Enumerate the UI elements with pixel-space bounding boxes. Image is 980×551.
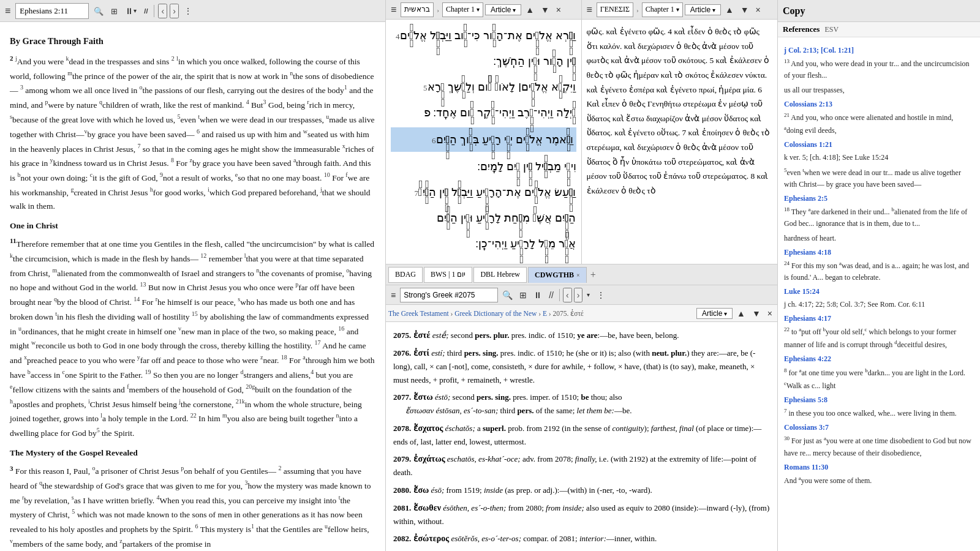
ref-eph-4-22[interactable]: Ephesians 4:22 — [784, 353, 974, 365]
lex-search-input[interactable] — [400, 288, 498, 302]
hebrew-toolbar: בראשית › Chapter 1 Article ▲ ▼ × — [386, 0, 581, 20]
ref-col-3-7[interactable]: Colossians 3:7 — [784, 422, 974, 433]
lex-prev-button[interactable]: ‹ — [563, 288, 572, 302]
ref-eph-4-17[interactable]: Ephesians 4:17 — [784, 313, 974, 324]
lex-menu-button[interactable]: ≡ — [388, 289, 398, 301]
greek-lxx-text-area: φῶς. καὶ ἐγένετο φῶς. 4 καὶ εἶδεν ὁ θεὸς… — [582, 20, 778, 264]
greek-menu-button[interactable] — [584, 3, 595, 17]
ref-col-2-13-link[interactable]: Colossians 2:13 — [784, 99, 974, 110]
ref-luke-15-24[interactable]: Luke 15:24 — [784, 286, 974, 298]
lex-pron-2078: éschatŏs; a superl. prob. from 2192 (in … — [393, 424, 761, 446]
lex-breadcrumb-dictionary[interactable]: Greek Dictionary of the New — [454, 310, 537, 317]
toolbar-separator — [154, 5, 154, 17]
greek-chapter-dropdown[interactable]: Chapter 1 — [642, 2, 683, 17]
hamburger-menu-button[interactable] — [2, 4, 13, 18]
ref-col-2-13[interactable]: j Col. 2:13; [Col. 1:21] — [784, 45, 974, 56]
ref-col-1-21-link[interactable]: Colossians 1:21 — [784, 139, 974, 151]
ref-eph-4-18[interactable]: Ephesians 4:18 — [784, 247, 974, 258]
dots-menu-button[interactable]: ⋮ — [181, 5, 195, 17]
lex-tab-bdag[interactable]: BDAG — [388, 267, 423, 283]
lex-breadcrumb-bar: The Greek Testament › Greek Dictionary o… — [386, 305, 777, 322]
lex-entry-2080: 2080. ἔσω ésō; from 1519; inside (as pre… — [393, 483, 770, 497]
heb-verse-7: וַיַּ֣עַשׂ אֱלֹהִ֔ים אֶת־הָרָקִ֖יעַ וַיַ… — [391, 181, 576, 203]
greek-close-button[interactable]: × — [753, 4, 763, 16]
ref-k-ver5-text2: 5even twhen we were dead in our tr... ma… — [784, 166, 974, 190]
lex-breadcrumb-testament[interactable]: The Greek Testament — [388, 310, 449, 317]
lex-pron-2081: ésōthen, es´-o-then; from 2080; from ins… — [393, 503, 769, 526]
tree-button[interactable] — [108, 5, 120, 17]
lex-greek-2079: ἐσχάτως — [413, 454, 445, 463]
lex-greek-2082: ἐσώτερος — [413, 534, 450, 543]
lex-num-2077: 2077. — [393, 392, 411, 402]
parallel-dropdown-button[interactable]: ⏸ — [123, 5, 139, 17]
ref-eph-5-8[interactable]: Ephesians 5:8 — [784, 394, 974, 406]
lex-separator — [559, 289, 560, 301]
heb-article-dropdown[interactable]: Article — [485, 4, 521, 15]
lex-entry-2082: 2082. ἐσώτερος esōtĕrŏs, es-o´-ter-os; c… — [393, 531, 770, 545]
left-toolbar: Ephesians 2:11 ⏸ // ‹ › ⋮ — [0, 0, 385, 22]
ref-eph-4-22-text: 8 for aat one time you were bdarkn... yo… — [784, 366, 974, 392]
lex-next-button[interactable]: › — [574, 288, 583, 302]
lex-tree-button[interactable]: ⊞ — [517, 289, 529, 301]
lex-tab-bws[interactable]: BWS | 1 יום — [424, 267, 472, 283]
heb-verse-5b: לַ֔יְלָה וַיְהִי־עֶ֥רֶב וַיְהִי־בֹ֖קֶר י… — [391, 102, 576, 124]
lex-close-button[interactable]: × — [765, 307, 775, 320]
search-button[interactable] — [91, 5, 106, 17]
ref-rom-11-30[interactable]: Romans 11:30 — [784, 462, 974, 473]
heb-verse-6b: וִיהִ֣י מַבְדִּ֔יל בֵּ֥ין מַ֖יִם לָמָֽיִ… — [391, 156, 576, 178]
lex-breadcrumb-entry: 2075. ἐστέ — [553, 310, 584, 317]
section-heading-one-in-christ: One in Christ — [10, 219, 375, 233]
left-pane-title[interactable]: Ephesians 2:11 — [15, 3, 89, 19]
ref-header-bar: References ESV — [778, 22, 980, 37]
lex-pause-button[interactable]: ⏸ — [531, 289, 545, 301]
heb-verse-5: וַיִּקְרָ֨א אֱלֹהִ֤ים׀ לָאֹור֙ יֹ֔ום וְל… — [391, 76, 576, 98]
lex-dots-button[interactable]: ⋮ — [594, 289, 608, 301]
lex-pron-2082: esōtĕrŏs, es-o´-ter-os; compar. of 2081;… — [451, 534, 657, 543]
link-button[interactable]: // — [141, 6, 150, 16]
lex-tab-dbl[interactable]: DBL Hebrew — [473, 267, 527, 283]
verse-11-text: 11Therefore remember that at one time yo… — [10, 235, 375, 440]
right-toolbar: Copy — [778, 0, 980, 22]
lex-greek-2077: ἔστω — [413, 392, 433, 402]
tree-icon — [111, 6, 118, 16]
heb-close-button[interactable]: × — [554, 4, 564, 16]
heb-up-button[interactable]: ▲ — [523, 4, 537, 16]
lex-tab-cdwg[interactable]: CDWGTHB × — [528, 267, 587, 283]
ref-eph-2-5[interactable]: Ephesians 2:5 — [784, 193, 974, 204]
lex-entry-2075: 2075. ἐστέ estḗ; second pers. plur. pres… — [393, 328, 770, 342]
left-content-area: By Grace Through Faith 2 jAnd you were k… — [0, 22, 385, 551]
lex-tab-close-icon[interactable]: × — [576, 272, 580, 279]
lex-tab-bws-label: BWS | 1 יום — [431, 270, 466, 279]
ref-col-1-21-text: 21 And you, who once were alienated and … — [784, 111, 974, 137]
search-icon — [94, 6, 104, 16]
ref-header-label: References — [783, 24, 820, 34]
lex-breadcrumb-e[interactable]: E — [543, 310, 547, 317]
lex-subentry-2077: ἔστωσαν éstōsan, es´-to-san; third pers.… — [405, 406, 631, 415]
heb-chapter-dropdown[interactable]: Chapter 1 — [442, 2, 483, 17]
heb-menu-button[interactable] — [388, 3, 399, 17]
lex-tab-cdwg-label: CDWGTHB — [535, 271, 574, 280]
left-pane: Ephesians 2:11 ⏸ // ‹ › ⋮ By Grace Throu… — [0, 0, 386, 551]
lex-nav-dropdown[interactable] — [584, 290, 592, 299]
greek-down-button[interactable]: ▼ — [738, 4, 752, 16]
lex-up-button[interactable]: ▲ — [734, 307, 748, 320]
lex-greek-2078: ἔσχατος — [413, 424, 443, 433]
heb-verse-7b: הַמַּ֣יִם אֲשֶׁר֙ מִתַּ֣חַת לָרָקִ֔יעַ ו… — [391, 207, 576, 229]
lexicon-toolbar: ≡ 🔍 ⊞ ⏸ // ‹ › ⋮ — [386, 285, 777, 305]
greek-lxx-toolbar: ΓΕΝΕΣΙΣ › Chapter 1 Article ▲ ▼ × — [582, 0, 778, 20]
ref-col-3-7-text: 30 For just as ayou were at one time dis… — [784, 434, 974, 459]
ref-eph-4-17-text: 22 to aput off byour old self,c which be… — [784, 325, 974, 351]
lex-add-tab-button[interactable]: + — [588, 269, 598, 280]
lex-down-button[interactable]: ▼ — [750, 307, 763, 320]
greek-article-dropdown[interactable]: Article — [685, 4, 721, 15]
next-arrow-button[interactable]: › — [170, 4, 179, 18]
verse-3-text: 3 For this reason I, Paul, oa prisoner o… — [10, 462, 375, 551]
greek-up-button[interactable]: ▲ — [723, 4, 736, 16]
lex-article-dropdown[interactable]: Article — [696, 308, 733, 319]
greek-lxx-pane: ΓΕΝΕΣΙΣ › Chapter 1 Article ▲ ▼ × φῶς. κ… — [582, 0, 778, 264]
lex-search-button[interactable]: 🔍 — [500, 289, 515, 301]
heb-down-button[interactable]: ▼ — [538, 4, 552, 16]
prev-arrow-button[interactable]: ‹ — [158, 4, 167, 18]
lex-link-button[interactable]: // — [546, 289, 556, 301]
lex-pron-2077: éstō; second pers. sing. pres. imper. of… — [435, 392, 622, 402]
